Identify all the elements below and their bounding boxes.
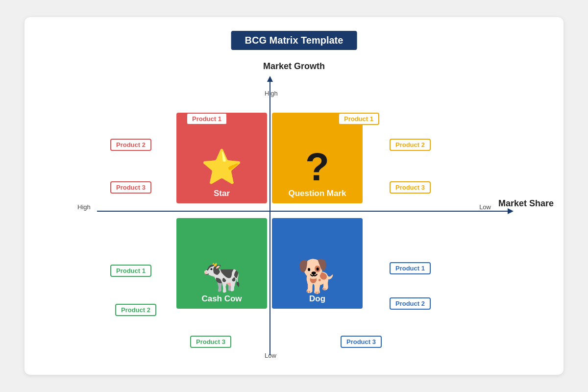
- market-share-label: Market Share: [498, 198, 554, 209]
- dog-product-1[interactable]: Product 1: [390, 262, 431, 274]
- market-growth-label: Market Growth: [263, 61, 325, 72]
- vertical-high-label: High: [265, 90, 278, 97]
- dog-icon: 🐕: [297, 260, 337, 292]
- question-mark-icon: ?: [305, 147, 329, 187]
- dog-product-3[interactable]: Product 3: [341, 336, 382, 348]
- star-icon: ⭐: [201, 147, 243, 187]
- qm-product-3[interactable]: Product 3: [390, 181, 431, 194]
- cc-product-1[interactable]: Product 1: [110, 265, 151, 277]
- vertical-axis: [270, 81, 270, 355]
- star-product-3[interactable]: Product 3: [110, 181, 151, 194]
- horizontal-low-label: Low: [479, 203, 491, 211]
- question-mark-label: Question Mark: [288, 189, 346, 198]
- chart-title: BCG Matrix Template: [231, 31, 357, 50]
- star-label: Star: [214, 189, 230, 198]
- cash-cow-label: Cash Cow: [201, 294, 242, 304]
- horizontal-axis: [97, 211, 509, 212]
- cc-product-2[interactable]: Product 2: [115, 304, 156, 316]
- star-product-1[interactable]: Product 1: [186, 113, 227, 125]
- horizontal-high-label: High: [77, 203, 91, 211]
- star-quadrant: ⭐ Star: [176, 113, 267, 203]
- star-product-2[interactable]: Product 2: [110, 139, 151, 151]
- bcg-matrix-chart: BCG Matrix Template Market Growth High L…: [24, 17, 564, 375]
- qm-product-1[interactable]: Product 1: [338, 113, 379, 125]
- dog-product-2[interactable]: Product 2: [390, 297, 431, 310]
- cc-product-3[interactable]: Product 3: [190, 336, 231, 348]
- question-mark-quadrant: ? Question Mark: [272, 113, 363, 203]
- qm-product-2[interactable]: Product 2: [390, 139, 431, 151]
- cash-cow-quadrant: 🐄 Cash Cow: [176, 218, 267, 309]
- dog-quadrant: 🐕 Dog: [272, 218, 363, 309]
- dog-label: Dog: [309, 294, 325, 304]
- cow-icon: 🐄: [202, 260, 242, 292]
